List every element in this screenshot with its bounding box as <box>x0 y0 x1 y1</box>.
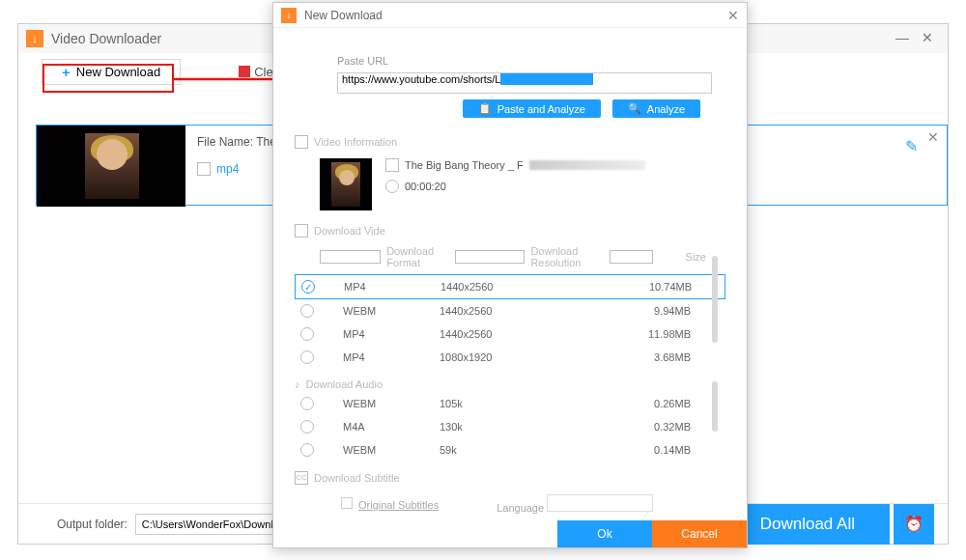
format-cell: M4A <box>343 421 440 433</box>
video-format-table: Download Format Download Resolution Size… <box>295 241 725 369</box>
clock-icon: ⏰ <box>904 515 923 533</box>
new-download-dialog: ↓ New Download ✕ Paste URL https://www.y… <box>272 2 748 548</box>
dialog-titlebar: ↓ New Download ✕ <box>273 3 747 28</box>
new-download-button[interactable]: + New Download <box>42 59 181 85</box>
size-cell: 11.98MB <box>594 328 691 340</box>
audio-scrollbar[interactable] <box>712 381 718 432</box>
format-cell: MP4 <box>344 281 440 293</box>
bitrate-cell: 105k <box>440 398 594 409</box>
dialog-close-button[interactable]: ✕ <box>727 8 739 23</box>
size-cell: 3.68MB <box>594 351 691 363</box>
subtitle-row: Original Subtitles Language <box>341 494 679 514</box>
resolution-cell: 1440x2560 <box>440 305 594 317</box>
download-subtitle-header: CC Download Subtitle <box>295 471 400 485</box>
cancel-button[interactable]: Cancel <box>652 520 747 547</box>
dialog-footer: Ok Cancel <box>273 520 747 547</box>
output-folder-label: Output folder: <box>57 518 128 531</box>
paste-analyze-button[interactable]: 📋 Paste and Analyze <box>463 99 601 118</box>
audio-format-table: WEBM105k0.26MBM4A130k0.32MBWEBM59k0.14MB <box>295 392 725 462</box>
paste-url-label: Paste URL <box>337 55 747 67</box>
video-format-row[interactable]: MP41440x256011.98MB <box>295 322 725 346</box>
search-icon: 🔍 <box>628 102 641 115</box>
dialog-video-thumbnail <box>320 158 372 210</box>
resolution-cell: 1440x2560 <box>440 328 594 340</box>
download-video-header: Download Vide <box>295 224 385 238</box>
trash-icon <box>239 66 250 77</box>
format-cell: WEBM <box>343 305 440 317</box>
bitrate-cell: 130k <box>440 421 594 433</box>
bitrate-cell: 59k <box>440 444 594 456</box>
video-format-row[interactable]: MP41440x256010.74MB <box>295 274 725 299</box>
video-meta: The Big Bang Theory _ F 00:00:20 <box>385 158 645 210</box>
radio-icon[interactable] <box>300 443 314 457</box>
download-icon <box>295 224 308 238</box>
app-title: Video Downloader <box>51 31 161 46</box>
audio-format-row[interactable]: M4A130k0.32MB <box>295 415 725 438</box>
size-cell: 9.94MB <box>594 305 691 317</box>
file-icon <box>197 162 211 176</box>
radio-icon[interactable] <box>300 397 314 410</box>
app-logo-icon: ↓ <box>26 30 43 47</box>
format-icon <box>320 250 381 264</box>
url-selected-text <box>500 73 593 85</box>
format-cell: MP4 <box>343 351 440 363</box>
subtitle-checkbox[interactable] <box>341 497 353 509</box>
radio-icon[interactable] <box>300 327 314 341</box>
schedule-button[interactable]: ⏰ <box>894 504 934 545</box>
video-info-header: Video Information <box>295 135 397 149</box>
resolution-cell: 1080x1920 <box>440 351 594 363</box>
new-download-label: New Download <box>76 65 160 79</box>
video-format-row[interactable]: MP41080x19203.68MB <box>295 346 725 369</box>
size-cell: 0.32MB <box>594 421 691 433</box>
resolution-cell: 1440x2560 <box>440 281 595 293</box>
audio-format-row[interactable]: WEBM105k0.26MB <box>295 392 725 415</box>
info-icon <box>295 135 308 149</box>
format-cell: WEBM <box>343 398 440 409</box>
remove-item-icon[interactable]: ✕ <box>927 129 939 145</box>
download-all-button[interactable]: Download All <box>725 504 890 545</box>
close-button[interactable]: ✕ <box>915 29 940 48</box>
resolution-icon <box>455 250 525 264</box>
blurred-text <box>529 160 645 170</box>
download-audio-header: ♪ Download Audio <box>295 378 383 390</box>
size-cell: 0.26MB <box>594 398 691 409</box>
plus-icon: + <box>62 64 71 80</box>
original-subtitles-label: Original Subtitles <box>358 499 439 511</box>
size-cell: 0.14MB <box>594 444 691 456</box>
video-thumbnail <box>37 126 185 207</box>
radio-icon[interactable] <box>301 280 315 294</box>
url-input[interactable]: https://www.youtube.com/shorts/L <box>337 72 712 94</box>
size-cell: 10.74MB <box>595 281 692 293</box>
analyze-button[interactable]: 🔍 Analyze <box>612 99 700 118</box>
video-format-row[interactable]: WEBM1440x25609.94MB <box>295 299 725 322</box>
table-header: Download Format Download Resolution Size <box>295 241 725 274</box>
file-icon <box>385 158 399 172</box>
paste-icon: 📋 <box>478 102 492 115</box>
dialog-logo-icon: ↓ <box>281 8 297 23</box>
dialog-title: New Download <box>304 9 383 22</box>
language-select[interactable] <box>547 494 653 512</box>
radio-icon[interactable] <box>300 304 314 318</box>
size-icon <box>610 250 653 264</box>
ok-button[interactable]: Ok <box>557 520 652 547</box>
radio-icon[interactable] <box>300 420 314 434</box>
audio-format-row[interactable]: WEBM59k0.14MB <box>295 438 725 462</box>
language-label: Language <box>497 502 544 514</box>
audio-icon: ♪ <box>295 378 300 390</box>
cc-icon: CC <box>295 471 308 485</box>
video-scrollbar[interactable] <box>712 256 718 343</box>
clock-icon <box>385 180 399 193</box>
edit-icon[interactable]: ✎ <box>905 137 918 155</box>
format-cell: MP4 <box>343 328 440 340</box>
radio-icon[interactable] <box>300 350 314 364</box>
minimize-button[interactable]: — <box>890 29 915 48</box>
format-cell: WEBM <box>343 444 440 456</box>
